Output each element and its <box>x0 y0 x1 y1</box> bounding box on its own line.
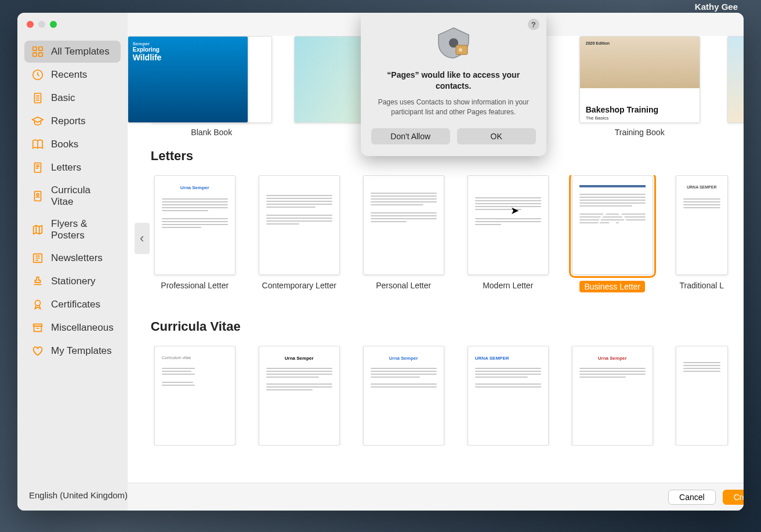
zoom-window-button[interactable] <box>50 21 57 28</box>
template-card[interactable]: Personal Letter <box>360 175 448 292</box>
template-label: Blank Book <box>191 128 232 137</box>
book-icon <box>31 138 44 151</box>
dialog-title: “Pages” would like to access your contac… <box>371 70 536 92</box>
dialog-body: Pages uses Contacts to show information … <box>371 97 536 118</box>
guide-title1: Exploring <box>133 46 243 53</box>
ribbon-icon <box>31 298 44 311</box>
template-card[interactable]: Urna Semper <box>255 346 343 446</box>
sidebar-item-stationery[interactable]: Stationery <box>24 270 121 292</box>
sidebar-item-label: Flyers & Posters <box>51 218 114 241</box>
sidebar-item-flyers[interactable]: Flyers & Posters <box>24 213 121 246</box>
template-thumb-modern-letter <box>468 175 549 275</box>
main-panel: Choose a Template Blank Book Semper Expl… <box>128 13 744 511</box>
sidebar-item-reports[interactable]: Reports <box>24 110 121 132</box>
document-icon <box>31 92 44 104</box>
template-thumb-cv <box>676 346 728 446</box>
sidebar: All Templates Recents Basic Reports Book… <box>17 13 128 511</box>
sidebar-item-label: Recents <box>51 69 87 81</box>
training-title: Bakeshop Training <box>586 105 658 114</box>
svg-rect-12 <box>34 326 42 331</box>
doc-name: Urna Semper <box>371 356 437 361</box>
sidebar-item-label: All Templates <box>51 46 110 57</box>
sidebar-item-label: Curricula Vitae <box>51 184 114 208</box>
app-permission-icon <box>371 26 536 60</box>
template-card[interactable]: Urna SemperUrna Semper Professional Lett… <box>151 175 239 292</box>
template-thumb-guide-book: Semper Exploring Wildlife <box>128 36 248 123</box>
sidebar-item-cv[interactable]: Curricula Vitae <box>24 180 121 212</box>
template-card[interactable]: Curriculum vitae <box>151 346 239 446</box>
template-label: Contemporary Letter <box>262 281 336 290</box>
sidebar-item-miscellaneous[interactable]: Miscellaneous <box>24 317 121 339</box>
cancel-button[interactable]: Cancel <box>668 490 716 505</box>
doc-name: Curriculum vitae <box>162 356 228 360</box>
doc-name: URNA SEMPER <box>475 356 541 361</box>
svg-rect-0 <box>33 47 37 50</box>
language-label: English (United Kingdom) <box>29 490 128 500</box>
sidebar-item-books[interactable]: Books <box>24 133 121 155</box>
sidebar-item-label: Letters <box>51 162 81 173</box>
sidebar-item-recents[interactable]: Recents <box>24 64 121 86</box>
loading-indicator-icon <box>598 211 627 240</box>
template-card[interactable]: URNA SEMPER <box>464 346 552 446</box>
svg-point-10 <box>35 301 40 306</box>
template-label: Modern Letter <box>483 281 533 290</box>
template-thumb-cv: Urna Semper <box>572 346 653 446</box>
scroll-left-button[interactable]: ‹ <box>135 223 150 254</box>
doc-name: Urna Semper <box>579 356 646 361</box>
svg-rect-7 <box>35 191 41 201</box>
template-label: Personal Letter <box>376 281 431 290</box>
graduation-cap-icon <box>31 115 44 128</box>
template-label: Training Book <box>615 128 665 137</box>
section-header-cv: Curricula Vitae <box>128 307 744 340</box>
template-card[interactable]: Modern Letter <box>464 175 552 292</box>
svg-rect-6 <box>35 163 41 173</box>
newspaper-icon <box>31 252 44 265</box>
sidebar-item-letters[interactable]: Letters <box>24 157 121 179</box>
sidebar-item-label: My Templates <box>51 345 112 357</box>
template-thumb-cv: Curriculum vitae <box>154 346 235 446</box>
template-card[interactable]: 2020 Edition Bakeshop Training The Basic… <box>579 36 701 137</box>
grid-icon <box>31 45 44 58</box>
dont-allow-button[interactable]: Don't Allow <box>371 128 450 144</box>
create-button[interactable]: Create <box>723 490 744 505</box>
template-thumb-personal-letter <box>363 175 444 275</box>
template-thumb-cv: Urna Semper <box>259 346 340 446</box>
sidebar-item-all-templates[interactable]: All Templates <box>24 41 121 63</box>
svg-point-8 <box>37 193 39 196</box>
sidebar-item-label: Basic <box>51 92 75 104</box>
template-thumb-cv: Urna Semper <box>363 346 444 446</box>
template-thumb-partial <box>727 36 744 123</box>
language-selector[interactable]: English (United Kingdom) ◊ <box>29 490 135 500</box>
guide-title2: Wildlife <box>133 53 243 62</box>
close-window-button[interactable] <box>27 21 34 28</box>
template-card[interactable]: Urna Semper <box>360 346 448 446</box>
archivebox-icon <box>31 321 44 334</box>
ok-button[interactable]: OK <box>457 128 536 144</box>
sidebar-item-certificates[interactable]: Certificates <box>24 294 121 316</box>
minimize-window-button[interactable] <box>38 21 45 28</box>
template-card-selected[interactable]: Business Letter <box>568 175 657 292</box>
doc-name: Urna Semper <box>162 185 228 190</box>
svg-rect-3 <box>39 53 42 56</box>
template-chooser-window: All Templates Recents Basic Reports Book… <box>17 13 744 511</box>
sidebar-item-newsletters[interactable]: Newsletters <box>24 247 121 269</box>
contacts-permission-dialog: ? “Pages” would like to access your cont… <box>361 13 546 156</box>
training-sub: The Basics <box>586 115 609 121</box>
doc-name: Urna Semper <box>266 356 332 361</box>
template-card[interactable] <box>722 36 744 137</box>
map-icon <box>31 223 44 236</box>
sidebar-item-label: Reports <box>51 115 86 127</box>
svg-rect-2 <box>33 53 37 56</box>
svg-rect-1 <box>39 47 42 50</box>
template-card[interactable]: URNA SEMPER Traditional L <box>673 175 731 292</box>
template-card[interactable]: Contemporary Letter <box>255 175 343 292</box>
template-thumb-contemporary-letter <box>259 175 340 275</box>
person-doc-icon <box>31 190 44 202</box>
template-card[interactable]: Urna Semper <box>568 346 657 446</box>
training-tag: 2020 Edition <box>586 41 610 45</box>
sidebar-item-label: Stationery <box>51 276 96 287</box>
template-card[interactable] <box>673 346 731 446</box>
sidebar-item-basic[interactable]: Basic <box>24 87 121 109</box>
sidebar-item-my-templates[interactable]: My Templates <box>24 340 121 362</box>
sidebar-item-label: Miscellaneous <box>51 322 114 334</box>
